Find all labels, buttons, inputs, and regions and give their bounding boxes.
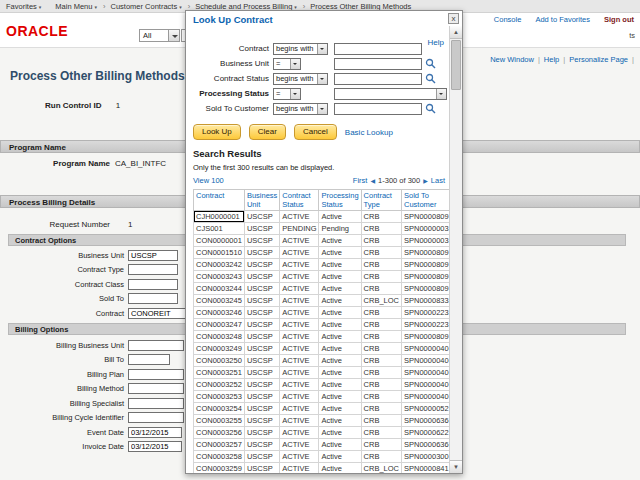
sold-to-input[interactable] [128,293,178,304]
result-cell[interactable]: CON0001510 [194,247,245,259]
console-link[interactable]: Console [494,15,522,24]
event-date-input[interactable] [128,427,182,438]
result-cell[interactable]: CON0003253 [194,391,245,403]
breadcrumb-item-favorites[interactable]: Favorites▾ [6,2,41,11]
result-cell[interactable]: ACTIVE [280,451,319,463]
result-cell[interactable]: CON0003258 [194,451,245,463]
result-cell[interactable]: USCSP [244,451,279,463]
result-cell[interactable]: ACTIVE [280,211,319,223]
result-cell[interactable]: USCSP [244,283,279,295]
result-cell[interactable]: SPN0000040 [402,379,449,391]
result-cell[interactable]: CON0003247 [194,319,245,331]
result-cell[interactable]: CON0003249 [194,343,245,355]
result-cell[interactable]: Active [319,259,361,271]
result-cell[interactable]: SPN0000636 [402,415,449,427]
result-cell[interactable]: SPN0000809 [402,331,449,343]
contract-type-input[interactable] [128,264,178,275]
result-cell[interactable]: CON0003248 [194,331,245,343]
processing-status-operator-select[interactable]: = [273,88,301,100]
result-cell[interactable]: CRB_LOC [361,463,401,474]
result-cell[interactable]: SPN0000003 [402,223,449,235]
result-cell[interactable]: USCSP [244,223,279,235]
result-cell[interactable]: ACTIVE [280,319,319,331]
result-cell[interactable]: CRB [361,427,401,439]
result-cell[interactable]: CON0003257 [194,439,245,451]
result-cell[interactable]: USCSP [244,367,279,379]
result-cell[interactable]: SPN0000841 [402,463,449,474]
result-cell[interactable]: Active [319,235,361,247]
result-cell[interactable]: USCSP [244,427,279,439]
billing-method-input[interactable] [128,383,184,394]
result-cell[interactable]: SPN0000040 [402,343,449,355]
result-cell[interactable]: CON0003251 [194,367,245,379]
result-cell[interactable]: CRB [361,283,401,295]
result-cell[interactable]: CON0003250 [194,355,245,367]
scroll-up-icon[interactable]: ▲ [450,26,462,39]
result-cell[interactable]: USCSP [244,403,279,415]
result-cell[interactable]: CON0003259 [194,463,245,474]
result-cell[interactable]: SPN0000300 [402,451,449,463]
result-cell[interactable]: CJH0000001 [194,211,245,223]
scrollbar-thumb[interactable] [451,40,461,90]
result-cell[interactable]: USCSP [244,211,279,223]
result-cell[interactable]: USCSP [244,439,279,451]
basic-lookup-link[interactable]: Basic Lookup [345,128,393,137]
toolbar-link-new-window[interactable]: New Window [490,55,534,64]
sold-to-customer-input[interactable] [334,103,422,115]
result-cell[interactable]: CRB [361,415,401,427]
dialog-scrollbar[interactable]: ▲ ▼ [449,26,462,473]
contract-class-input[interactable] [128,279,178,290]
result-cell[interactable]: CRB [361,379,401,391]
result-cell[interactable]: SPN0000833 [402,295,449,307]
result-cell[interactable]: Active [319,283,361,295]
toolbar-link-personalize-page[interactable]: Personalize Page [569,55,628,64]
result-cell[interactable]: USCSP [244,463,279,474]
result-cell[interactable]: CRB [361,391,401,403]
look-up-button[interactable]: Look Up [193,124,241,140]
result-cell[interactable]: ACTIVE [280,367,319,379]
result-cell[interactable]: SPN0000809 [402,211,449,223]
result-cell[interactable]: CRB [361,235,401,247]
result-cell[interactable]: SPN0000052 [402,403,449,415]
result-cell[interactable]: Active [319,271,361,283]
result-cell[interactable]: USCSP [244,235,279,247]
result-cell[interactable]: USCSP [244,379,279,391]
result-cell[interactable]: Active [319,247,361,259]
business-unit-input[interactable] [334,58,422,70]
result-cell[interactable]: ACTIVE [280,379,319,391]
result-cell[interactable]: Active [319,379,361,391]
result-cell[interactable]: Active [319,331,361,343]
result-cell[interactable]: SPN0000809 [402,259,449,271]
invoice-date-input[interactable] [128,441,182,452]
result-cell[interactable]: ACTIVE [280,235,319,247]
sign-out-link[interactable]: Sign out [604,15,634,24]
result-cell[interactable]: Active [319,319,361,331]
result-cell[interactable]: SPN0000223 [402,307,449,319]
toolbar-link-help[interactable]: Help [544,55,559,64]
billing-cycle-identifier-input[interactable] [128,412,184,423]
result-cell[interactable]: SPN0000809 [402,247,449,259]
result-cell[interactable]: CRB [361,259,401,271]
column-header-business-unit[interactable]: Business Unit [244,190,279,211]
result-cell[interactable]: CON0003252 [194,379,245,391]
result-cell[interactable]: CRB [361,367,401,379]
result-cell[interactable]: USCSP [244,247,279,259]
result-cell[interactable]: USCSP [244,319,279,331]
result-cell[interactable]: CRB_LOC [361,295,401,307]
result-cell[interactable]: CRB [361,343,401,355]
result-cell[interactable]: ACTIVE [280,391,319,403]
result-cell[interactable]: Active [319,355,361,367]
business-unit-lookup-search-icon[interactable] [425,58,436,69]
result-cell[interactable]: CON0003244 [194,283,245,295]
result-cell[interactable]: ACTIVE [280,295,319,307]
result-cell[interactable]: CRB [361,403,401,415]
result-cell[interactable]: SPN0000040 [402,355,449,367]
result-cell[interactable]: ACTIVE [280,355,319,367]
result-cell[interactable]: ACTIVE [280,463,319,474]
pager-last-link[interactable]: Last [431,176,445,185]
result-cell[interactable]: USCSP [244,391,279,403]
result-cell[interactable]: CRB [361,223,401,235]
result-cell[interactable]: USCSP [244,259,279,271]
result-cell[interactable]: CRB [361,307,401,319]
result-cell[interactable]: ACTIVE [280,307,319,319]
